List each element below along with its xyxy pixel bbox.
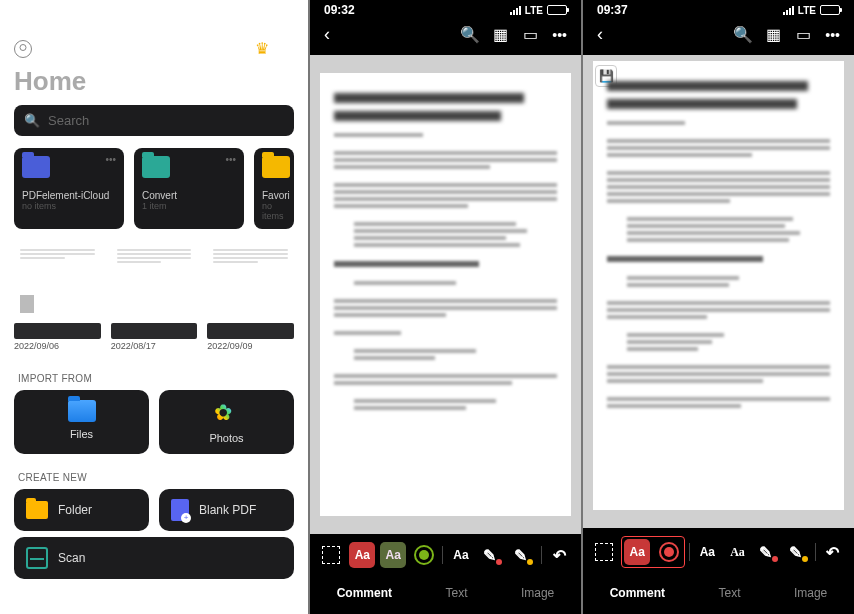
highlight-red-tool[interactable]: Aa [624,539,650,565]
doc-date: 2022/09/06 [14,341,101,351]
tab-image[interactable]: Image [794,586,827,600]
bookmark-icon[interactable]: ▭ [795,27,811,43]
highlight-green-tool[interactable]: Aa [380,542,406,568]
search-input[interactable]: 🔍 Search [14,105,294,136]
folder-pdfelement[interactable]: ••• PDFelement-iCloud no items [14,148,124,229]
separator [442,546,443,564]
grid-icon[interactable]: ▦ [765,27,781,43]
create-folder-button[interactable]: Folder [14,489,149,531]
profile-icon[interactable] [14,40,32,58]
blank-pdf-icon [171,499,189,521]
signal-icon [237,6,248,15]
document-viewport[interactable]: 💾 [583,55,854,528]
folder-more-icon[interactable]: ••• [225,154,236,165]
tab-comment[interactable]: Comment [337,586,392,600]
select-tool[interactable] [591,539,617,565]
import-files-button[interactable]: Files [14,390,149,454]
pdf-page [593,61,844,510]
create-label: Scan [58,551,85,565]
tab-text[interactable]: Text [718,586,740,600]
import-photos-button[interactable]: Photos [159,390,294,454]
doc-card[interactable]: 2022/09/06 [14,243,101,351]
search-icon[interactable]: 🔍 [735,27,751,43]
home-panel: 09:29 LTE ◀ Search ♛ ••• Home 🔍 Search •… [0,0,308,614]
import-label: Files [70,428,93,440]
folder-more-icon[interactable]: ••• [105,154,116,165]
doc-date: 2022/08/17 [111,341,198,351]
undo-button[interactable]: ↶ [820,539,846,565]
doc-thumbnail [14,243,101,319]
search-icon[interactable]: 🔍 [462,27,478,43]
create-blank-pdf-button[interactable]: Blank PDF [159,489,294,531]
folders-row: ••• PDFelement-iCloud no items ••• Conve… [0,148,308,243]
folder-icon [262,156,290,178]
battery-icon [274,5,294,15]
create-label: Folder [58,503,92,517]
status-bar: 09:32 LTE [310,0,581,20]
scan-icon [26,547,48,569]
more-icon[interactable]: ••• [825,27,840,43]
home-indicator[interactable] [669,606,769,610]
back-button[interactable]: ‹ [597,24,603,45]
doc-name-blurred [207,323,294,339]
editor-panel-1: 09:32 LTE ‹ 🔍 ▦ ▭ ••• [310,0,581,614]
bookmark-icon[interactable]: ▭ [522,27,538,43]
doc-card[interactable]: 2022/08/17 [111,243,198,351]
circle-red-tool[interactable] [656,539,682,565]
folder-name: Convert [142,190,236,201]
status-right: LTE [783,5,840,16]
folder-favorites[interactable]: Favori no items [254,148,294,229]
tab-comment[interactable]: Comment [610,586,665,600]
folder-icon [26,501,48,519]
pen-red-tool[interactable] [755,539,781,565]
separator [541,546,542,564]
pen-yellow-tool[interactable] [510,542,536,568]
signal-icon [510,6,521,15]
status-bar: 09:37 LTE [583,0,854,20]
pen-red-tool[interactable] [479,542,505,568]
text-style-tool[interactable]: Aa [448,542,474,568]
text-outline-tool[interactable]: Aa [724,539,750,565]
doc-thumbnail [111,243,198,319]
doc-name-blurred [14,323,101,339]
select-tool[interactable] [318,542,344,568]
create-section-label: CREATE NEW [0,464,308,489]
grid-icon[interactable]: ▦ [492,27,508,43]
tab-text[interactable]: Text [445,586,467,600]
import-section-label: IMPORT FROM [0,365,308,390]
home-indicator[interactable] [396,606,496,610]
folder-icon [22,156,50,178]
photos-icon [214,400,240,426]
doc-thumbnail [207,243,294,319]
bottom-toolbar: Aa Aa Aa ↶ Comment Text Image [310,534,581,614]
text-style-tool[interactable]: Aa [694,539,720,565]
editor-panel-2: 09:37 LTE ‹ 🔍 ▦ ▭ ••• 💾 [583,0,854,614]
tab-image[interactable]: Image [521,586,554,600]
selected-tool-group: Aa [621,536,685,568]
more-icon[interactable]: ••• [279,41,294,57]
import-label: Photos [209,432,243,444]
undo-button[interactable]: ↶ [546,542,572,568]
network-label: LTE [525,5,543,16]
folder-convert[interactable]: ••• Convert 1 item [134,148,244,229]
folder-icon [142,156,170,178]
create-scan-button[interactable]: Scan [14,537,294,579]
status-time: 09:37 [597,3,628,17]
bottom-toolbar: Aa Aa Aa ↶ Comment Text Image [583,528,854,614]
back-button[interactable]: ‹ [324,24,330,45]
folder-count: 1 item [142,201,236,211]
back-to-search[interactable]: ◀ Search [0,20,308,35]
files-icon [68,400,96,422]
network-label: LTE [252,5,270,16]
circle-green-tool[interactable] [411,542,437,568]
document-viewport[interactable] [310,55,581,534]
home-indicator[interactable] [104,606,204,610]
network-label: LTE [798,5,816,16]
folder-count: no items [262,201,286,221]
highlight-red-tool[interactable]: Aa [349,542,375,568]
premium-icon[interactable]: ♛ [255,39,269,58]
doc-card[interactable]: 2022/09/09 [207,243,294,351]
pen-yellow-tool[interactable] [785,539,811,565]
recent-docs: 2022/09/06 2022/08/17 2022/09/09 [0,243,308,365]
more-icon[interactable]: ••• [552,27,567,43]
